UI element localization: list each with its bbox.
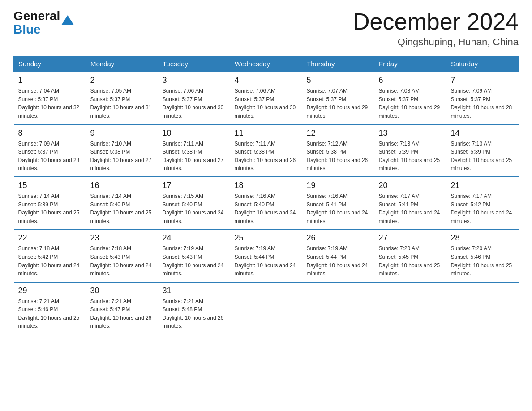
day-info: Sunrise: 7:16 AMSunset: 5:40 PMDaylight:… — [235, 193, 296, 224]
header-wednesday: Wednesday — [230, 56, 302, 72]
header-sunday: Sunday — [14, 56, 86, 72]
day-number: 6 — [379, 76, 442, 85]
table-row: 2 Sunrise: 7:05 AMSunset: 5:37 PMDayligh… — [86, 72, 158, 124]
day-info: Sunrise: 7:18 AMSunset: 5:42 PMDaylight:… — [18, 245, 80, 277]
logo-general-text: General — [13, 9, 60, 23]
title-block: December 2024 Qingshuping, Hunan, China — [353, 9, 519, 48]
day-number: 15 — [18, 181, 82, 190]
day-number: 13 — [379, 128, 442, 138]
day-number: 14 — [451, 128, 514, 138]
table-row: 1 Sunrise: 7:04 AMSunset: 5:37 PMDayligh… — [14, 72, 86, 124]
logo-triangle-icon — [61, 15, 74, 25]
header-tuesday: Tuesday — [158, 56, 230, 72]
days-header-row: Sunday Monday Tuesday Wednesday Thursday… — [14, 56, 519, 72]
day-info: Sunrise: 7:09 AMSunset: 5:37 PMDaylight:… — [18, 141, 80, 172]
day-number: 4 — [235, 76, 298, 85]
day-number: 30 — [90, 286, 154, 295]
day-number: 2 — [90, 76, 154, 85]
day-info: Sunrise: 7:21 AMSunset: 5:47 PMDaylight:… — [90, 298, 152, 330]
day-number: 28 — [451, 233, 514, 243]
day-number: 23 — [90, 233, 154, 243]
table-row: 5 Sunrise: 7:07 AMSunset: 5:37 PMDayligh… — [302, 72, 374, 124]
table-row: 31 Sunrise: 7:21 AMSunset: 5:48 PMDaylig… — [158, 282, 230, 334]
table-row: 3 Sunrise: 7:06 AMSunset: 5:37 PMDayligh… — [158, 72, 230, 124]
day-info: Sunrise: 7:13 AMSunset: 5:39 PMDaylight:… — [451, 141, 512, 172]
table-row: 9 Sunrise: 7:10 AMSunset: 5:38 PMDayligh… — [86, 124, 158, 177]
table-row: 6 Sunrise: 7:08 AMSunset: 5:37 PMDayligh… — [374, 72, 446, 124]
calendar-week-row: 15 Sunrise: 7:14 AMSunset: 5:39 PMDaylig… — [14, 177, 519, 229]
day-number: 12 — [307, 128, 370, 138]
day-number: 24 — [163, 233, 226, 243]
day-number: 5 — [307, 76, 370, 85]
day-number: 27 — [379, 233, 442, 243]
table-row: 4 Sunrise: 7:06 AMSunset: 5:37 PMDayligh… — [230, 72, 302, 124]
table-row: 8 Sunrise: 7:09 AMSunset: 5:37 PMDayligh… — [14, 124, 86, 177]
day-info: Sunrise: 7:10 AMSunset: 5:38 PMDaylight:… — [90, 141, 152, 172]
day-info: Sunrise: 7:06 AMSunset: 5:37 PMDaylight:… — [235, 88, 296, 119]
day-number: 18 — [235, 181, 298, 190]
calendar-week-row: 22 Sunrise: 7:18 AMSunset: 5:42 PMDaylig… — [14, 229, 519, 282]
calendar-week-row: 29 Sunrise: 7:21 AMSunset: 5:46 PMDaylig… — [14, 282, 519, 334]
table-row: 28 Sunrise: 7:20 AMSunset: 5:46 PMDaylig… — [446, 229, 519, 282]
day-number: 17 — [163, 181, 226, 190]
day-number: 7 — [451, 76, 514, 85]
table-row: 26 Sunrise: 7:19 AMSunset: 5:44 PMDaylig… — [302, 229, 374, 282]
day-info: Sunrise: 7:06 AMSunset: 5:37 PMDaylight:… — [163, 88, 224, 119]
table-row: 20 Sunrise: 7:17 AMSunset: 5:41 PMDaylig… — [374, 177, 446, 229]
day-info: Sunrise: 7:13 AMSunset: 5:39 PMDaylight:… — [379, 141, 440, 172]
day-info: Sunrise: 7:19 AMSunset: 5:44 PMDaylight:… — [307, 245, 368, 277]
day-number: 11 — [235, 128, 298, 138]
table-row: 27 Sunrise: 7:20 AMSunset: 5:45 PMDaylig… — [374, 229, 446, 282]
table-row: 22 Sunrise: 7:18 AMSunset: 5:42 PMDaylig… — [14, 229, 86, 282]
calendar-week-row: 8 Sunrise: 7:09 AMSunset: 5:37 PMDayligh… — [14, 124, 519, 177]
location-subtitle: Qingshuping, Hunan, China — [353, 36, 519, 48]
day-info: Sunrise: 7:17 AMSunset: 5:41 PMDaylight:… — [379, 193, 440, 224]
table-row: 23 Sunrise: 7:18 AMSunset: 5:43 PMDaylig… — [86, 229, 158, 282]
day-info: Sunrise: 7:20 AMSunset: 5:45 PMDaylight:… — [379, 245, 440, 277]
table-row: 11 Sunrise: 7:11 AMSunset: 5:38 PMDaylig… — [230, 124, 302, 177]
day-info: Sunrise: 7:16 AMSunset: 5:41 PMDaylight:… — [307, 193, 368, 224]
day-info: Sunrise: 7:20 AMSunset: 5:46 PMDaylight:… — [451, 245, 512, 277]
header-friday: Friday — [374, 56, 446, 72]
header-saturday: Saturday — [446, 56, 519, 72]
day-info: Sunrise: 7:11 AMSunset: 5:38 PMDaylight:… — [235, 141, 296, 172]
day-number: 19 — [307, 181, 370, 190]
header-monday: Monday — [86, 56, 158, 72]
table-row: 30 Sunrise: 7:21 AMSunset: 5:47 PMDaylig… — [86, 282, 158, 334]
table-row: 14 Sunrise: 7:13 AMSunset: 5:39 PMDaylig… — [446, 124, 519, 177]
day-number: 8 — [18, 128, 82, 138]
table-row: 16 Sunrise: 7:14 AMSunset: 5:40 PMDaylig… — [86, 177, 158, 229]
day-number: 25 — [235, 233, 298, 243]
day-info: Sunrise: 7:08 AMSunset: 5:37 PMDaylight:… — [379, 88, 440, 119]
table-row: 25 Sunrise: 7:19 AMSunset: 5:44 PMDaylig… — [230, 229, 302, 282]
day-info: Sunrise: 7:19 AMSunset: 5:44 PMDaylight:… — [235, 245, 296, 277]
table-row: 19 Sunrise: 7:16 AMSunset: 5:41 PMDaylig… — [302, 177, 374, 229]
logo: General Blue — [13, 9, 74, 37]
day-number: 9 — [90, 128, 154, 138]
table-row — [446, 282, 519, 334]
table-row: 13 Sunrise: 7:13 AMSunset: 5:39 PMDaylig… — [374, 124, 446, 177]
day-info: Sunrise: 7:07 AMSunset: 5:37 PMDaylight:… — [307, 88, 368, 119]
day-info: Sunrise: 7:17 AMSunset: 5:42 PMDaylight:… — [451, 193, 512, 224]
day-number: 31 — [163, 286, 226, 295]
month-year-title: December 2024 — [353, 9, 519, 34]
day-info: Sunrise: 7:18 AMSunset: 5:43 PMDaylight:… — [90, 245, 152, 277]
day-info: Sunrise: 7:14 AMSunset: 5:40 PMDaylight:… — [90, 193, 152, 224]
table-row: 29 Sunrise: 7:21 AMSunset: 5:46 PMDaylig… — [14, 282, 86, 334]
day-info: Sunrise: 7:15 AMSunset: 5:40 PMDaylight:… — [163, 193, 224, 224]
day-number: 1 — [18, 76, 82, 85]
day-number: 26 — [307, 233, 370, 243]
day-info: Sunrise: 7:11 AMSunset: 5:38 PMDaylight:… — [163, 141, 224, 172]
day-number: 16 — [90, 181, 154, 190]
calendar-week-row: 1 Sunrise: 7:04 AMSunset: 5:37 PMDayligh… — [14, 72, 519, 124]
table-row: 10 Sunrise: 7:11 AMSunset: 5:38 PMDaylig… — [158, 124, 230, 177]
day-info: Sunrise: 7:21 AMSunset: 5:48 PMDaylight:… — [163, 298, 224, 330]
day-number: 21 — [451, 181, 514, 190]
table-row: 7 Sunrise: 7:09 AMSunset: 5:37 PMDayligh… — [446, 72, 519, 124]
day-info: Sunrise: 7:05 AMSunset: 5:37 PMDaylight:… — [90, 88, 152, 119]
day-number: 10 — [163, 128, 226, 138]
table-row — [302, 282, 374, 334]
calendar-table: Sunday Monday Tuesday Wednesday Thursday… — [13, 56, 519, 334]
day-info: Sunrise: 7:09 AMSunset: 5:37 PMDaylight:… — [451, 88, 512, 119]
table-row: 24 Sunrise: 7:19 AMSunset: 5:43 PMDaylig… — [158, 229, 230, 282]
